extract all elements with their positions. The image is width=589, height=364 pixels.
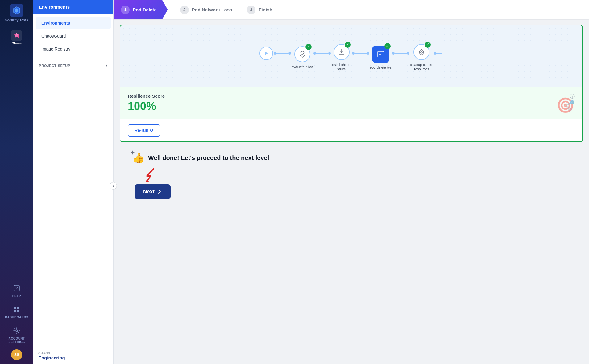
start-node — [259, 47, 273, 69]
dot — [407, 52, 409, 55]
resilience-card: ⓘ Resilience Score 100% 🎯 — [120, 87, 582, 119]
sidebar-item-account-settings[interactable]: ACCOUNT SETTINGS — [0, 322, 33, 347]
check-evaluate-rules: ✓ — [305, 44, 312, 50]
svg-point-6 — [16, 330, 18, 332]
check-install-chaos: ✓ — [345, 42, 351, 48]
install-chaos-faults-label: install-chaos-faults — [331, 63, 351, 72]
nav-image-registry[interactable]: Image Registry — [36, 43, 111, 55]
install-chaos-faults-icon: ✓ — [334, 44, 350, 60]
connector-2 — [313, 52, 331, 63]
step-2-number: 2 — [180, 6, 189, 14]
evaluate-rules-label: evaluate-rules — [292, 65, 313, 69]
chaos-nav-label: Chaos — [12, 42, 22, 45]
connector-1 — [274, 52, 291, 63]
sidebar-item-help[interactable]: ? HELP — [0, 280, 33, 301]
svg-rect-5 — [17, 310, 19, 312]
project-prefix: CHAOS — [38, 352, 108, 355]
line — [316, 53, 328, 54]
node-cleanup-chaos-resources: ✓ cleanup-chaos-resources — [410, 44, 433, 72]
svg-text:?: ? — [15, 286, 18, 290]
dot — [288, 52, 291, 55]
connector-4 — [392, 52, 409, 63]
dot — [434, 52, 436, 55]
settings-icon — [11, 325, 22, 336]
step-finish: 3 Finish — [239, 0, 280, 19]
step-pod-network-loss: 2 Pod Network Loss — [168, 0, 240, 19]
sidebar-item-dashboards[interactable]: DASHBOARDS — [0, 301, 33, 322]
sidebar-item-chaos[interactable]: Chaos — [0, 27, 33, 48]
svg-rect-3 — [17, 307, 19, 309]
avatar[interactable]: SS — [11, 349, 22, 360]
dot — [367, 52, 369, 55]
security-tests-label: Security Tests — [5, 18, 28, 22]
dot — [274, 52, 276, 55]
project-setup-section[interactable]: PROJECT SETUP ▾ — [33, 60, 113, 71]
second-panel-nav: Environments ChaosGuard Image Registry P… — [33, 14, 113, 348]
help-nav-label: HELP — [12, 294, 21, 298]
step-2-label: Pod Network Loss — [192, 7, 232, 12]
step-1-label: Pod Delete — [133, 7, 157, 12]
second-panel-footer: CHAOS Engineering — [33, 348, 113, 364]
well-done-message: ✦ 👍 Well done! Let's proceed to the next… — [132, 152, 269, 164]
line — [276, 53, 288, 54]
second-panel-active-item: Environments — [33, 0, 113, 14]
rerun-button[interactable]: Re-run ↻ — [128, 124, 160, 137]
next-button[interactable]: Next — [135, 184, 171, 199]
dot — [352, 52, 355, 55]
pod-delete-tvs-label: pod-delete-tvs — [370, 65, 392, 70]
main-content: 1 Pod Delete 2 Pod Network Loss 3 Finish — [114, 0, 589, 364]
line — [355, 53, 367, 54]
chevron-down-icon: ▾ — [106, 63, 108, 67]
nav-environments[interactable]: Environments — [36, 17, 111, 29]
well-done-text: Well done! Let's proceed to the next lev… — [148, 154, 269, 162]
line — [395, 53, 407, 54]
cleanup-chaos-resources-label: cleanup-chaos-resources — [410, 63, 433, 72]
connector-3 — [352, 52, 369, 63]
check-cleanup: ✓ — [425, 42, 431, 48]
dot — [392, 52, 395, 55]
flow-nodes: ✓ evaluate-rules ✓ — [259, 44, 443, 72]
dot — [328, 52, 331, 55]
account-settings-nav-label: ACCOUNT SETTINGS — [0, 337, 33, 344]
chaos-icon — [11, 30, 22, 41]
project-name: Engineering — [38, 355, 108, 360]
sparkle-icon: ✦ — [130, 149, 135, 156]
node-install-chaos-faults: ✓ install-chaos-faults — [331, 44, 351, 72]
step-3-label: Finish — [259, 7, 272, 12]
dot — [313, 52, 316, 55]
help-icon: ? — [11, 283, 22, 294]
nav-divider — [38, 58, 108, 58]
resilience-score: 100% — [128, 100, 575, 113]
arrow-down-indicator — [144, 167, 157, 184]
check-pod-delete: ✓ — [384, 43, 391, 49]
line — [436, 53, 442, 54]
flow-diagram: ✓ evaluate-rules ✓ — [120, 25, 582, 87]
step-3-number: 3 — [247, 6, 255, 14]
node-evaluate-rules: ✓ evaluate-rules — [292, 46, 313, 69]
pod-delete-tvs-icon: ✓ — [372, 46, 389, 63]
content-area: ✓ evaluate-rules ✓ — [114, 20, 589, 364]
rerun-bar: Re-run ↻ — [120, 119, 582, 141]
stepper-bar: 1 Pod Delete 2 Pod Network Loss 3 Finish — [114, 0, 589, 20]
collapse-panel-button[interactable] — [110, 182, 117, 190]
dashboards-icon — [11, 304, 22, 315]
left-sidebar: Security Tests Chaos ? HELP — [0, 0, 33, 364]
start-icon — [259, 47, 273, 60]
connector-5 — [434, 52, 442, 63]
dashboards-nav-label: DASHBOARDS — [5, 316, 28, 319]
resilience-target-icon: 🎯 — [556, 97, 575, 114]
evaluate-rules-icon: ✓ — [294, 46, 310, 62]
svg-rect-4 — [14, 310, 16, 312]
node-pod-delete-tvs: ✓ pod-delete-tvs — [370, 46, 392, 70]
cleanup-chaos-resources-icon: ✓ — [413, 44, 429, 60]
well-done-section: ✦ 👍 Well done! Let's proceed to the next… — [120, 146, 583, 199]
nav-chaosguard[interactable]: ChaosGuard — [36, 30, 111, 42]
app-logo — [10, 4, 23, 17]
resilience-label: Resilience Score — [128, 93, 575, 99]
flow-card: ✓ evaluate-rules ✓ — [120, 25, 583, 142]
svg-marker-7 — [265, 52, 268, 55]
svg-marker-9 — [146, 180, 149, 183]
step-1-number: 1 — [121, 6, 130, 14]
step-pod-delete: 1 Pod Delete — [114, 0, 168, 19]
second-panel: Environments Environments ChaosGuard Ima… — [33, 0, 114, 364]
